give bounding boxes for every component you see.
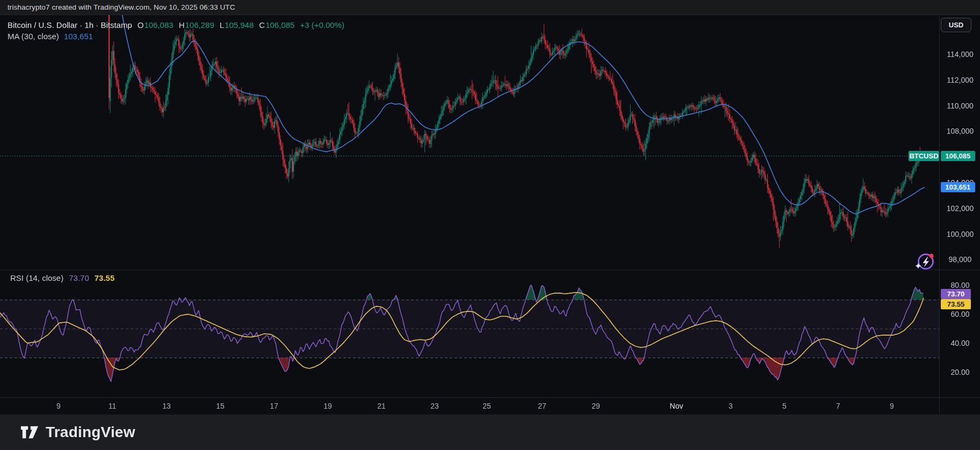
ohlc-high: H106,289 [179, 20, 214, 30]
price-axis-label: 98,000 [941, 255, 979, 264]
attribution-text: trishacrypto7 created with TradingView.c… [8, 3, 235, 11]
change-value: +3 (+0.00%) [300, 20, 344, 30]
rsi-ma-legend-value: 73.55 [95, 273, 115, 282]
time-axis-label: 3 [729, 402, 733, 410]
price-axis-label: 102,000 [941, 204, 979, 213]
rsi-value-badge: 73.70 [941, 289, 971, 299]
time-axis-label: 17 [270, 402, 278, 410]
symbol-title[interactable]: Bitcoin / U.S. Dollar · 1h · Bitstamp [8, 20, 132, 30]
time-axis-label: 5 [782, 402, 787, 410]
time-axis-label: 19 [323, 402, 332, 410]
ohlc-close: C106,085 [259, 20, 294, 30]
time-axis-label: 27 [538, 402, 546, 410]
rsi-legend-label: RSI (14, close) [10, 273, 63, 282]
time-axis-label: 13 [162, 402, 171, 410]
time-axis-label: 25 [482, 402, 491, 410]
rsi-axis-label: 60.00 [941, 310, 979, 318]
rsi-legend[interactable]: RSI (14, close) 73.70 73.55 [10, 273, 114, 282]
ma-legend-label: MA (30, close) [8, 32, 59, 41]
rsi-axis-label: 80.00 [941, 281, 979, 289]
time-axis-label: 15 [216, 402, 225, 410]
chart-canvas[interactable] [0, 0, 980, 450]
time-axis-label: Nov [670, 402, 683, 410]
price-axis-label: 108,000 [941, 127, 979, 135]
price-axis-label: 114,000 [941, 50, 979, 59]
rsi-legend-value: 73.70 [69, 273, 89, 282]
ohlc-open: O106,083 [138, 20, 174, 30]
time-axis-label: 23 [430, 402, 439, 410]
tradingview-brand-text[interactable]: TradingView [46, 424, 135, 441]
ma-value-badge: 103,651 [941, 182, 975, 192]
time-axis-label: 7 [836, 402, 840, 410]
time-axis-label: 9 [56, 402, 61, 410]
time-axis-label: 11 [109, 402, 117, 410]
symbol-price-label-badge: BTCUSD [909, 151, 939, 161]
rsi-axis-label: 20.00 [941, 368, 979, 376]
rsi-ma-value-badge: 73.55 [941, 299, 971, 309]
ma-legend-value: 103,651 [64, 32, 93, 41]
price-axis-label: 100,000 [941, 230, 979, 238]
time-axis-label: 9 [890, 402, 894, 410]
rsi-axis-label: 40.00 [941, 339, 979, 347]
price-axis[interactable]: 114,000112,000110,000108,000104,000102,0… [940, 15, 980, 270]
price-axis-label: 110,000 [941, 101, 979, 110]
currency-toggle-button[interactable]: USD [941, 18, 971, 32]
time-axis-label: 29 [592, 402, 600, 410]
time-axis[interactable]: 911131517192123252729Nov3579 [0, 397, 980, 415]
footer-bar: TradingView [0, 415, 980, 450]
attribution-bar: trishacrypto7 created with TradingView.c… [0, 0, 980, 15]
tradingview-logo-icon[interactable] [20, 425, 39, 440]
symbol-legend[interactable]: Bitcoin / U.S. Dollar · 1h · Bitstamp O1… [8, 20, 344, 30]
ma-legend[interactable]: MA (30, close) 103,651 [8, 32, 93, 41]
price-axis-label: 112,000 [941, 76, 979, 84]
tradingview-widget: trishacrypto7 created with TradingView.c… [0, 0, 980, 450]
time-axis-label: 21 [377, 402, 386, 410]
spark-assistant-icon[interactable] [913, 249, 937, 273]
ohlc-low: L105,948 [220, 20, 254, 30]
last-price-badge: 106,085 [941, 151, 975, 161]
